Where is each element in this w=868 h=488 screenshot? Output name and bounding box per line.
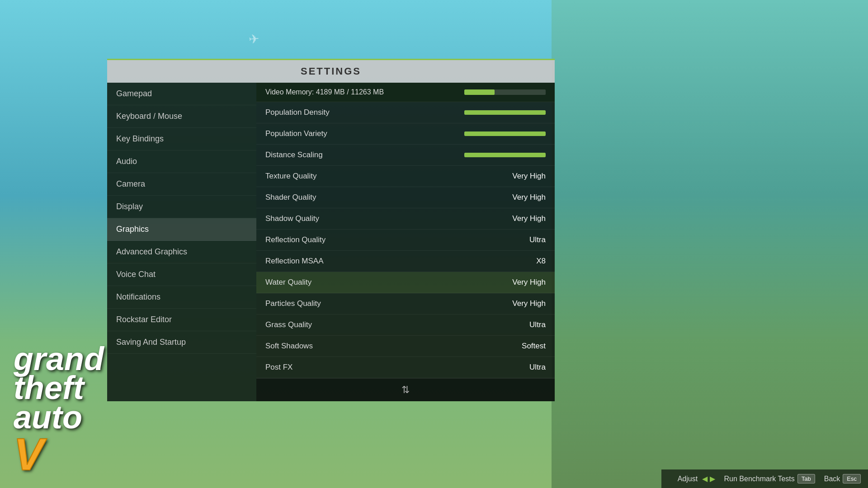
logo-line3: auto — [14, 403, 104, 432]
setting-row-shader-quality[interactable]: Shader Quality Very High — [256, 187, 555, 208]
slider-fill — [464, 131, 546, 136]
settings-body: GamepadKeyboard / MouseKey BindingsAudio… — [107, 83, 555, 401]
bottom-bar: Adjust ◀ ▶ Run Benchmark Tests Tab Back … — [661, 469, 868, 488]
setting-value: Very High — [512, 172, 546, 181]
sidebar-item-gamepad[interactable]: Gamepad — [107, 83, 256, 105]
setting-value: Very High — [512, 299, 546, 308]
background-scenery — [552, 0, 868, 488]
slider-rows: Population Density Population Variety Di… — [256, 102, 555, 166]
setting-label: Water Quality — [265, 278, 512, 287]
gta-logo: grand theft auto V — [14, 344, 104, 474]
benchmark-label: Run Benchmark Tests — [724, 475, 795, 483]
slider-label: Distance Scaling — [265, 150, 464, 160]
setting-label: Reflection MSAA — [265, 257, 536, 266]
setting-value: Ultra — [529, 235, 546, 244]
setting-row-reflection-msaa[interactable]: Reflection MSAA X8 — [256, 251, 555, 272]
setting-label: Soft Shadows — [265, 342, 522, 351]
setting-row-water-quality[interactable]: Water Quality Very High — [256, 272, 555, 293]
setting-value: Ultra — [529, 320, 546, 329]
setting-value: Softest — [522, 342, 546, 351]
sidebar-item-saving-startup[interactable]: Saving And Startup — [107, 331, 256, 354]
logo-line1: grand — [14, 344, 104, 374]
slider-label: Population Density — [265, 108, 464, 117]
setting-value: Very High — [512, 278, 546, 287]
setting-value: X8 — [536, 257, 546, 266]
setting-label: Particles Quality — [265, 299, 512, 308]
adjust-label: Adjust — [678, 475, 698, 483]
setting-label: Texture Quality — [265, 172, 512, 181]
adjust-action: Adjust ◀ ▶ — [678, 474, 715, 483]
setting-row-texture-quality[interactable]: Texture Quality Very High — [256, 166, 555, 187]
setting-row-reflection-quality[interactable]: Reflection Quality Ultra — [256, 230, 555, 251]
setting-label: Shader Quality — [265, 193, 512, 202]
setting-row-shadow-quality[interactable]: Shadow Quality Very High — [256, 208, 555, 230]
slider-bar — [464, 131, 546, 136]
scroll-arrows-icon: ⇅ — [401, 384, 410, 396]
airplane-decoration: ✈ — [248, 31, 260, 47]
setting-rows: Texture Quality Very High Shader Quality… — [256, 166, 555, 378]
sidebar-item-graphics[interactable]: Graphics — [107, 218, 256, 241]
sidebar-item-key-bindings[interactable]: Key Bindings — [107, 128, 256, 150]
slider-row-population-variety[interactable]: Population Variety — [256, 123, 555, 145]
sidebar-item-voice-chat[interactable]: Voice Chat — [107, 263, 256, 286]
settings-title: SETTINGS — [107, 59, 555, 83]
benchmark-action[interactable]: Run Benchmark Tests Tab — [724, 474, 815, 483]
scroll-indicator[interactable]: ⇅ — [256, 378, 555, 401]
back-key-badge: Esc — [843, 474, 861, 483]
video-memory-label: Video Memory: 4189 MB / 11263 MB — [265, 88, 464, 96]
setting-value: Ultra — [529, 363, 546, 372]
setting-label: Shadow Quality — [265, 214, 512, 223]
adjust-arrows-icon: ◀ ▶ — [702, 474, 715, 483]
slider-fill — [464, 153, 546, 157]
sidebar-item-display[interactable]: Display — [107, 196, 256, 218]
sidebar-item-advanced-graphics[interactable]: Advanced Graphics — [107, 241, 256, 263]
back-action[interactable]: Back Esc — [824, 474, 861, 483]
setting-row-particles-quality[interactable]: Particles Quality Very High — [256, 293, 555, 314]
logo-roman: V — [14, 434, 44, 474]
sidebar-item-rockstar-editor[interactable]: Rockstar Editor — [107, 309, 256, 331]
video-memory-bar-container — [464, 89, 546, 95]
setting-value: Very High — [512, 214, 546, 223]
sidebar-item-keyboard-mouse[interactable]: Keyboard / Mouse — [107, 105, 256, 128]
slider-label: Population Variety — [265, 129, 464, 138]
setting-row-grass-quality[interactable]: Grass Quality Ultra — [256, 314, 555, 336]
logo-line2: theft — [14, 373, 104, 403]
video-memory-row: Video Memory: 4189 MB / 11263 MB — [256, 83, 555, 102]
benchmark-key-badge: Tab — [797, 474, 815, 483]
sidebar-item-camera[interactable]: Camera — [107, 173, 256, 196]
content-area: Video Memory: 4189 MB / 11263 MB Populat… — [256, 83, 555, 401]
slider-row-population-density[interactable]: Population Density — [256, 102, 555, 123]
setting-value: Very High — [512, 193, 546, 202]
slider-bar — [464, 110, 546, 115]
slider-row-distance-scaling[interactable]: Distance Scaling — [256, 145, 555, 166]
setting-label: Post FX — [265, 363, 529, 372]
slider-fill — [464, 110, 546, 115]
setting-label: Grass Quality — [265, 320, 529, 329]
setting-label: Reflection Quality — [265, 235, 529, 244]
back-label: Back — [824, 475, 840, 483]
sidebar-item-notifications[interactable]: Notifications — [107, 286, 256, 309]
slider-bar — [464, 153, 546, 157]
sidebar-item-audio[interactable]: Audio — [107, 150, 256, 173]
settings-panel: SETTINGS GamepadKeyboard / MouseKey Bind… — [107, 59, 555, 401]
setting-row-soft-shadows[interactable]: Soft Shadows Softest — [256, 336, 555, 357]
setting-row-post-fx[interactable]: Post FX Ultra — [256, 357, 555, 378]
video-memory-bar-fill — [464, 89, 495, 95]
sidebar: GamepadKeyboard / MouseKey BindingsAudio… — [107, 83, 256, 401]
